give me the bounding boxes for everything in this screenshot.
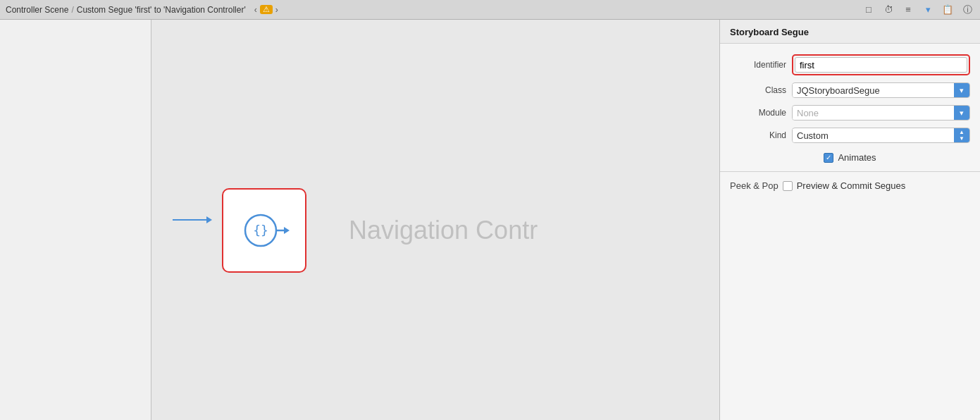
animates-label: Animates — [838, 152, 876, 163]
class-dropdown[interactable]: JQStoryboardSegue ▾ — [792, 82, 970, 98]
class-label: Class — [730, 85, 786, 95]
window-icon[interactable]: □ — [862, 3, 876, 17]
info-icon[interactable]: ⓘ — [960, 3, 974, 17]
kind-stepper-btn[interactable]: ▲ ▼ — [954, 128, 969, 143]
form-rows: Identifier Class JQStoryboardSegue ▾ Mod… — [720, 44, 980, 204]
inspector-section-title: Storyboard Segue — [720, 20, 980, 44]
nav-controller-label: Navigation Contr — [349, 216, 538, 245]
peek-pop-row: Peek & Pop Preview & Commit Segues — [720, 175, 980, 197]
module-dropdown[interactable]: None ▾ — [792, 105, 970, 121]
module-placeholder: None — [793, 106, 954, 120]
peek-checkbox[interactable] — [783, 181, 793, 191]
identifier-row: Identifier — [720, 51, 980, 79]
breadcrumb-nav-right[interactable]: › — [275, 5, 278, 15]
module-dropdown-btn[interactable]: ▾ — [954, 105, 969, 121]
module-field: None ▾ — [792, 105, 970, 121]
identifier-highlight — [792, 54, 970, 75]
kind-row: Kind Custom ▲ ▼ — [720, 124, 980, 147]
module-label: Module — [730, 108, 786, 118]
class-value: JQStoryboardSegue — [793, 84, 954, 97]
breadcrumb-part1: Controller Scene — [6, 5, 68, 15]
kind-value: Custom — [793, 129, 954, 142]
breadcrumb-nav-left[interactable]: ‹ — [254, 5, 257, 15]
peek-label: Peek & Pop — [730, 180, 779, 191]
panel-divider — [720, 171, 980, 172]
timer-icon[interactable]: ⏱ — [881, 3, 895, 17]
segue-icon: {} — [236, 202, 292, 259]
module-row: Module None ▾ — [720, 101, 980, 124]
kind-label: Kind — [730, 130, 786, 140]
chevron-icon[interactable]: ▾ — [921, 3, 935, 17]
inspector-panel: Storyboard Segue Identifier Class JQStor… — [719, 20, 980, 420]
segue-icon-box[interactable]: {} — [222, 188, 306, 273]
class-row: Class JQStoryboardSegue ▾ — [720, 79, 980, 101]
canvas-area: {} Navigation Contr — [0, 20, 719, 420]
svg-text:{}: {} — [253, 223, 268, 237]
main-area: {} Navigation Contr Storyboard Segue Ide… — [0, 20, 980, 420]
class-dropdown-btn[interactable]: ▾ — [954, 82, 969, 98]
breadcrumb-part2: Custom Segue 'first' to 'Navigation Cont… — [77, 5, 246, 15]
top-bar: Controller Scene / Custom Segue 'first' … — [0, 0, 980, 20]
thin-column — [0, 20, 151, 420]
breadcrumb-sep1: / — [71, 5, 73, 15]
preview-label: Preview & Commit Segues — [797, 180, 906, 191]
breadcrumb: Controller Scene / Custom Segue 'first' … — [6, 5, 278, 15]
kind-field: Custom ▲ ▼ — [792, 128, 970, 143]
identifier-label: Identifier — [730, 60, 786, 70]
segue-scene-area: {} Navigation Contr — [151, 20, 719, 420]
breadcrumb-badge: ⚠ — [260, 5, 273, 14]
svg-marker-3 — [284, 227, 290, 234]
animates-row: ✓ Animates — [720, 147, 980, 168]
clipboard-icon[interactable]: 📋 — [941, 3, 955, 17]
animates-checkbox[interactable]: ✓ — [824, 153, 833, 163]
top-bar-right: □ ⏱ ≡ ▾ 📋 ⓘ — [862, 3, 974, 17]
kind-dropdown[interactable]: Custom ▲ ▼ — [792, 128, 970, 143]
class-field: JQStoryboardSegue ▾ — [792, 82, 970, 98]
menu-icon[interactable]: ≡ — [901, 3, 915, 17]
identifier-input[interactable] — [795, 57, 967, 73]
